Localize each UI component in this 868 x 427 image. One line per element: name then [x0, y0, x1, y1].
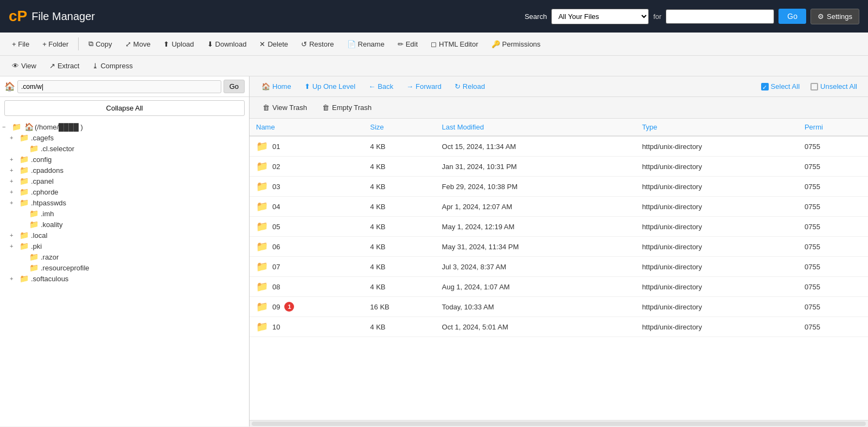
- empty-trash-icon: 🗑: [322, 103, 329, 112]
- tree-item-cphorde[interactable]: + 📁 .cphorde: [0, 186, 249, 197]
- folder-icon: 📁: [256, 301, 268, 313]
- tree-item-cagefs[interactable]: + 📁 .cagefs: [0, 132, 249, 143]
- delete-button[interactable]: ✕ Delete: [254, 37, 293, 51]
- table-row[interactable]: 📁014 KBOct 15, 2024, 11:34 AMhttpd/unix-…: [250, 136, 868, 157]
- col-type[interactable]: Type: [635, 119, 798, 136]
- home-nav-button[interactable]: 🏠 Home: [256, 80, 297, 93]
- table-row[interactable]: 📁054 KBMay 1, 2024, 12:19 AMhttpd/unix-d…: [250, 217, 868, 237]
- new-file-button[interactable]: + File: [7, 37, 35, 51]
- edit-button[interactable]: ✏ Edit: [392, 37, 423, 51]
- file-modified-cell: May 1, 2024, 12:19 AM: [436, 217, 636, 237]
- view-trash-button[interactable]: 🗑 View Trash: [256, 100, 314, 115]
- tree-item-imh[interactable]: 📁 .imh: [0, 208, 249, 219]
- new-folder-button[interactable]: + Folder: [37, 37, 74, 51]
- extract-button[interactable]: ↗ Extract: [44, 59, 85, 73]
- file-modified-cell: May 31, 2024, 11:34 PM: [436, 237, 636, 257]
- tree-item-clselector[interactable]: 📁 .cl.selector: [0, 143, 249, 154]
- table-row[interactable]: 📁104 KBOct 1, 2024, 5:01 AMhttpd/unix-di…: [250, 317, 868, 337]
- settings-button[interactable]: ⚙ Settings: [810, 9, 859, 24]
- tree-item-config[interactable]: + 📁 .config: [0, 154, 249, 165]
- file-modified-cell: Oct 15, 2024, 11:34 AM: [436, 136, 636, 157]
- expand-icon: +: [10, 199, 17, 206]
- secondary-toolbar: 👁 View ↗ Extract ⤓ Compress: [0, 56, 868, 76]
- search-input[interactable]: [666, 9, 774, 24]
- table-row[interactable]: 📁074 KBJul 3, 2024, 8:37 AMhttpd/unix-di…: [250, 257, 868, 277]
- col-perms[interactable]: Permi: [798, 119, 868, 136]
- compress-icon: ⤓: [92, 62, 98, 70]
- folder-icon: 📁: [12, 122, 21, 131]
- expand-icon: +: [10, 167, 17, 173]
- folder-icon: 📁: [20, 231, 29, 240]
- tree-item-razor[interactable]: 📁 .razor: [0, 251, 249, 262]
- file-name: 03: [272, 183, 280, 191]
- table-row[interactable]: 📁064 KBMay 31, 2024, 11:34 PMhttpd/unix-…: [250, 237, 868, 257]
- copy-button[interactable]: ⧉ Copy: [83, 37, 117, 51]
- view-button[interactable]: 👁 View: [7, 59, 42, 73]
- tree-item-softaculous[interactable]: + 📁 .softaculous: [0, 273, 249, 284]
- file-modified-cell: Jul 3, 2024, 8:37 AM: [436, 257, 636, 277]
- empty-trash-button[interactable]: 🗑 Empty Trash: [316, 100, 378, 115]
- file-tree-sidebar: 🏠 Go Collapse All − 📁 🏠 (/home/████ ) + …: [0, 76, 250, 426]
- table-row[interactable]: 📁024 KBJan 31, 2024, 10:31 PMhttpd/unix-…: [250, 157, 868, 177]
- home-folder-icon: 🏠: [24, 122, 34, 131]
- file-perms-cell: 0755: [798, 317, 868, 337]
- expand-icon: +: [10, 189, 17, 195]
- folder-icon: 📁: [20, 187, 29, 196]
- file-perms-cell: 0755: [798, 277, 868, 297]
- expand-icon: −: [2, 124, 10, 130]
- download-button[interactable]: ⬇ Download: [202, 37, 252, 51]
- tree-item-cpaddons[interactable]: + 📁 .cpaddons: [0, 165, 249, 176]
- back-button[interactable]: ← Back: [363, 80, 399, 93]
- search-scope-select[interactable]: All Your Files My Files Public Files: [551, 9, 649, 24]
- col-size[interactable]: Size: [363, 119, 435, 136]
- delete-icon: ✕: [259, 40, 265, 48]
- notification-badge: 1: [284, 302, 294, 312]
- reload-button[interactable]: ↻ Reload: [449, 80, 490, 93]
- file-name-cell: 📁07: [250, 257, 363, 277]
- select-all-button[interactable]: ✓ Select All: [757, 80, 804, 93]
- tree-label-root: (/home/████ ): [35, 123, 83, 131]
- file-size-cell: 4 KB: [363, 177, 435, 197]
- tree-item-cpanel[interactable]: + 📁 .cpanel: [0, 176, 249, 186]
- expand-icon: +: [10, 275, 17, 282]
- tree-item-local[interactable]: + 📁 .local: [0, 230, 249, 241]
- path-go-button[interactable]: Go: [224, 80, 245, 93]
- html-editor-button[interactable]: ◻ HTML Editor: [425, 37, 483, 51]
- file-size-cell: 4 KB: [363, 217, 435, 237]
- tree-item-pki[interactable]: + 📁 .pki: [0, 241, 249, 251]
- file-table-container: Name Size Last Modified Type Permi 📁014 …: [250, 119, 868, 420]
- file-name-cell: 📁08: [250, 277, 363, 297]
- rename-button[interactable]: 📄 Rename: [342, 37, 390, 51]
- horizontal-scrollbar[interactable]: [250, 420, 868, 426]
- file-navigation-toolbar: 🏠 Home ⬆ Up One Level ← Back → Forward ↻…: [250, 76, 868, 97]
- table-row[interactable]: 📁034 KBFeb 29, 2024, 10:38 PMhttpd/unix-…: [250, 177, 868, 197]
- compress-button[interactable]: ⤓ Compress: [87, 59, 138, 73]
- unselect-all-button[interactable]: Unselect All: [806, 80, 861, 93]
- upload-button[interactable]: ⬆ Upload: [158, 37, 199, 51]
- path-input[interactable]: [17, 80, 221, 93]
- table-row[interactable]: 📁09116 KBToday, 10:33 AMhttpd/unix-direc…: [250, 297, 868, 317]
- tree-item-koality[interactable]: 📁 .koality: [0, 219, 249, 230]
- file-modified-cell: Apr 1, 2024, 12:07 AM: [436, 197, 636, 217]
- folder-icon: 📁: [256, 221, 268, 232]
- permissions-button[interactable]: 🔑 Permissions: [486, 37, 546, 51]
- tree-item-root[interactable]: − 📁 🏠 (/home/████ ): [0, 121, 249, 132]
- collapse-all-button[interactable]: Collapse All: [4, 100, 245, 116]
- table-row[interactable]: 📁084 KBAug 1, 2024, 1:07 AMhttpd/unix-di…: [250, 277, 868, 297]
- table-row[interactable]: 📁044 KBApr 1, 2024, 12:07 AMhttpd/unix-d…: [250, 197, 868, 217]
- html-editor-icon: ◻: [431, 40, 437, 48]
- forward-button[interactable]: → Forward: [401, 80, 447, 93]
- expand-icon: +: [10, 243, 17, 249]
- tree-item-resourceprofile[interactable]: 📁 .resourceprofile: [0, 262, 249, 273]
- file-perms-cell: 0755: [798, 217, 868, 237]
- tree-item-htpasswds[interactable]: + 📁 .htpasswds: [0, 197, 249, 208]
- move-button[interactable]: ⤢ Move: [120, 37, 156, 51]
- search-label: Search: [525, 12, 547, 21]
- file-size-cell: 4 KB: [363, 157, 435, 177]
- search-go-button[interactable]: Go: [778, 9, 806, 24]
- col-modified[interactable]: Last Modified: [436, 119, 636, 136]
- up-one-level-button[interactable]: ⬆ Up One Level: [299, 80, 361, 93]
- home-icon[interactable]: 🏠: [4, 81, 15, 92]
- restore-button[interactable]: ↺ Restore: [296, 37, 340, 51]
- col-name[interactable]: Name: [250, 119, 363, 136]
